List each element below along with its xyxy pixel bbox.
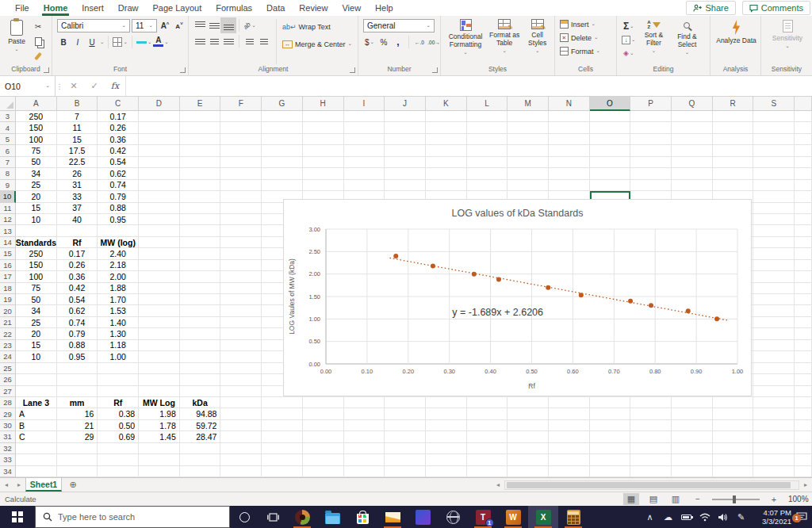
cell-S12[interactable] bbox=[753, 214, 795, 225]
volume-icon[interactable] bbox=[714, 513, 732, 522]
cell-I4[interactable] bbox=[344, 122, 385, 133]
cell-M5[interactable] bbox=[508, 134, 549, 145]
cell-D26[interactable] bbox=[139, 374, 180, 385]
cell-D29[interactable]: 1.98 bbox=[139, 408, 180, 419]
cell-J29[interactable] bbox=[385, 408, 426, 419]
align-top-button[interactable] bbox=[193, 19, 206, 32]
cell-M9[interactable] bbox=[508, 180, 549, 191]
row-header-11[interactable]: 11 bbox=[0, 203, 16, 214]
cell-F31[interactable] bbox=[220, 431, 262, 442]
cell-B30[interactable]: 21 bbox=[57, 420, 98, 431]
cell-G3[interactable] bbox=[262, 111, 303, 122]
cell-D6[interactable] bbox=[139, 145, 180, 156]
ribbon-tab-home[interactable]: Home bbox=[36, 0, 75, 16]
cell-L32[interactable] bbox=[467, 443, 508, 454]
cell-B19[interactable]: 0.54 bbox=[57, 294, 98, 305]
cell-E18[interactable] bbox=[180, 283, 221, 294]
col-header-N[interactable]: N bbox=[549, 97, 590, 111]
cell-O4[interactable] bbox=[590, 122, 631, 133]
cell-B15[interactable]: 0.17 bbox=[57, 248, 98, 259]
cell-E17[interactable] bbox=[180, 271, 221, 282]
cell-E14[interactable] bbox=[180, 237, 221, 248]
font-dialog-launcher[interactable] bbox=[180, 67, 186, 73]
cell-R31[interactable] bbox=[713, 431, 754, 442]
col-header-I[interactable]: I bbox=[344, 97, 385, 111]
cell-N7[interactable] bbox=[549, 157, 590, 168]
align-right-button[interactable] bbox=[222, 35, 235, 48]
taskbar-search[interactable]: Type here to search bbox=[35, 506, 230, 528]
cell-A32[interactable] bbox=[16, 443, 57, 454]
teams-button[interactable]: T1 bbox=[468, 506, 498, 528]
cell-M28[interactable] bbox=[508, 397, 549, 408]
font-name-combo[interactable]: Calibri⌄ bbox=[57, 19, 130, 33]
cell-L28[interactable] bbox=[467, 397, 508, 408]
cell-K29[interactable] bbox=[426, 408, 467, 419]
cell-B10[interactable]: 33 bbox=[57, 191, 98, 202]
cell-I28[interactable] bbox=[344, 397, 385, 408]
cell-I9[interactable] bbox=[344, 180, 385, 191]
cell-N9[interactable] bbox=[549, 180, 590, 191]
cell-I30[interactable] bbox=[344, 420, 385, 431]
cell-C15[interactable]: 2.40 bbox=[98, 248, 139, 259]
cell-E5[interactable] bbox=[180, 134, 221, 145]
cell-N5[interactable] bbox=[549, 134, 590, 145]
media-app-button[interactable] bbox=[287, 506, 317, 528]
cell-A25[interactable] bbox=[16, 363, 57, 374]
cell-E25[interactable] bbox=[180, 363, 221, 374]
cell-C32[interactable] bbox=[98, 443, 139, 454]
cell-E21[interactable] bbox=[180, 317, 221, 328]
row-header-30[interactable]: 30 bbox=[0, 420, 16, 431]
underline-button[interactable]: U bbox=[86, 36, 98, 48]
row-header-4[interactable]: 4 bbox=[0, 122, 16, 133]
cell-R29[interactable] bbox=[713, 408, 754, 419]
cell-H28[interactable] bbox=[303, 397, 344, 408]
cell-S32[interactable] bbox=[753, 443, 795, 454]
cell-F16[interactable] bbox=[220, 260, 262, 271]
cell-A6[interactable]: 75 bbox=[16, 145, 57, 156]
cell-P34[interactable] bbox=[630, 466, 672, 477]
cell-D20[interactable] bbox=[139, 305, 180, 316]
cell-F21[interactable] bbox=[220, 317, 262, 328]
cell-D28[interactable]: MW Log bbox=[139, 397, 180, 408]
cell-A17[interactable]: 100 bbox=[16, 271, 57, 282]
cell-I5[interactable] bbox=[344, 134, 385, 145]
cell-R33[interactable] bbox=[713, 454, 754, 465]
cell-B11[interactable]: 37 bbox=[57, 203, 98, 214]
cell-Q31[interactable] bbox=[672, 431, 713, 442]
cell-K7[interactable] bbox=[426, 157, 467, 168]
cell-B27[interactable] bbox=[57, 386, 98, 397]
cell-P4[interactable] bbox=[630, 122, 672, 133]
cell-E22[interactable] bbox=[180, 328, 221, 339]
zoom-slider-thumb[interactable] bbox=[733, 495, 736, 503]
cell-C28[interactable]: Rf bbox=[98, 397, 139, 408]
cell-F7[interactable] bbox=[220, 157, 262, 168]
cell-E29[interactable]: 94.88 bbox=[180, 408, 221, 419]
cell-H30[interactable] bbox=[303, 420, 344, 431]
new-sheet-button[interactable]: ⊕ bbox=[62, 478, 84, 492]
cell-H9[interactable] bbox=[303, 180, 344, 191]
fill-button[interactable]: ↓⌄ bbox=[622, 33, 635, 46]
sheet-tab-sheet1[interactable]: Sheet1 bbox=[25, 478, 62, 492]
cell-I32[interactable] bbox=[344, 443, 385, 454]
cell-B16[interactable]: 0.26 bbox=[57, 260, 98, 271]
row-header-29[interactable]: 29 bbox=[0, 408, 16, 419]
cell-H29[interactable] bbox=[303, 408, 344, 419]
cell-R28[interactable] bbox=[713, 397, 754, 408]
row-header-14[interactable]: 14 bbox=[0, 237, 16, 248]
word-button[interactable]: W bbox=[498, 506, 528, 528]
cell-B31[interactable]: 29 bbox=[57, 431, 98, 442]
cell-A10[interactable]: 20 bbox=[16, 191, 57, 202]
cell-N3[interactable] bbox=[549, 111, 590, 122]
col-header-H[interactable]: H bbox=[303, 97, 344, 111]
cell-H6[interactable] bbox=[303, 145, 344, 156]
cell-D22[interactable] bbox=[139, 328, 180, 339]
cell-D23[interactable] bbox=[139, 340, 180, 351]
row-header-15[interactable]: 15 bbox=[0, 248, 16, 259]
cell-O6[interactable] bbox=[590, 145, 631, 156]
cell-M3[interactable] bbox=[508, 111, 549, 122]
cell-E7[interactable] bbox=[180, 157, 221, 168]
cell-F20[interactable] bbox=[220, 305, 262, 316]
cell-F8[interactable] bbox=[220, 168, 262, 179]
cell-S16[interactable] bbox=[753, 260, 795, 271]
cell-G4[interactable] bbox=[262, 122, 303, 133]
